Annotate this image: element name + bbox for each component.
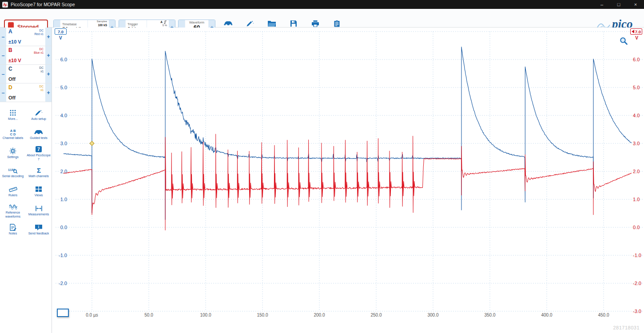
tool-notes[interactable]: Notes — [0, 220, 26, 239]
svg-text:-2.0: -2.0 — [59, 281, 67, 286]
tool-reference-waveforms[interactable]: Reference waveforms — [0, 201, 26, 220]
channel-c-increase-button[interactable]: + — [45, 65, 52, 83]
x-axis-labels: 0.0 µs50.0100.0150.0200.0250.0300.0350.0… — [86, 313, 609, 317]
timebase-label: Timebase — [62, 22, 86, 26]
left-axis-top-tab[interactable]: 7.0 — [55, 28, 67, 35]
tool-label: Guided tests — [30, 136, 47, 140]
tool-guided-tests[interactable]: Guided tests — [26, 125, 52, 144]
svg-text:0.0: 0.0 — [633, 225, 640, 230]
grid-layer — [56, 32, 643, 311]
close-button[interactable]: × — [627, 0, 644, 9]
info-icon: 7 — [35, 146, 42, 153]
zoom-overview-box[interactable] — [57, 309, 69, 317]
measure-icon — [35, 205, 43, 212]
tool-label: Measurements — [28, 213, 49, 216]
svg-text:250.0: 250.0 — [370, 313, 382, 317]
channel-coupling-probe: DCRed x1 — [34, 29, 44, 36]
svg-text:-3.0: -3.0 — [633, 309, 641, 314]
titlebar[interactable]: PicoScope7 for MOPAR Scope – □ × — [0, 0, 644, 9]
tool-label: Auto setup — [31, 117, 46, 121]
channel-id: D — [8, 84, 12, 91]
channel-c-decrease-button[interactable]: – — [0, 65, 6, 83]
channel-b-panel[interactable]: –BDCBlue x1±10 V+ — [0, 46, 52, 65]
svg-text:i: i — [38, 225, 39, 229]
tool-more[interactable]: More... — [0, 106, 26, 125]
tool-channel-labels[interactable]: A BC DChannel labels — [0, 125, 26, 144]
svg-text:100.0: 100.0 — [200, 313, 211, 317]
channel-c-panel[interactable]: –CDCx1Off+ — [0, 65, 52, 83]
channel-coupling-probe: DCBlue x1 — [34, 48, 44, 55]
svg-text:450.0: 450.0 — [598, 313, 609, 317]
folder-icon — [267, 20, 276, 27]
views-icon — [35, 186, 42, 193]
zoom-magnifier-icon[interactable] — [619, 36, 628, 47]
svg-text:7: 7 — [37, 147, 40, 152]
channel-d-decrease-button[interactable]: – — [0, 83, 6, 102]
channel-labels-icon: A BC D — [9, 128, 17, 135]
svg-text:Σ: Σ — [36, 166, 40, 174]
main-toolbar: Stopped – Timebase 50 µs/div Samples 100… — [0, 9, 644, 28]
tool-label: About PicoScope 7 — [27, 154, 51, 161]
channel-id: A — [8, 28, 12, 35]
tool-label: Rulers — [8, 194, 17, 197]
sigma-icon: Σ — [36, 166, 42, 174]
right-axis-arrow-icon — [632, 30, 634, 33]
channel-range: Off — [8, 76, 16, 82]
svg-text:-1.0: -1.0 — [633, 253, 641, 258]
y-axis-right-labels: 6.05.04.03.02.01.00.0-1.0-2.0-3.0 — [633, 57, 641, 314]
channel-b-decrease-button[interactable]: – — [0, 46, 6, 64]
car-icon — [223, 20, 233, 27]
right-axis-top-tab[interactable]: 7.0 — [630, 28, 642, 35]
channel-a-increase-button[interactable]: + — [45, 28, 52, 46]
car-icon — [34, 128, 44, 135]
tool-views[interactable]: Views — [26, 182, 52, 201]
scope-canvas[interactable]: 6.05.04.03.02.01.00.0-1.0-2.0-3.06.05.04… — [52, 28, 644, 333]
grid-dots-icon — [9, 109, 16, 116]
svg-text:5.0: 5.0 — [633, 85, 640, 90]
channel-b-increase-button[interactable]: + — [45, 46, 52, 64]
sidebar-tools: More...Auto setupA BC DChannel labelsGui… — [0, 106, 52, 239]
tool-measurements[interactable]: Measurements — [26, 201, 52, 220]
tool-settings[interactable]: Settings — [0, 144, 26, 163]
tool-label: Settings — [7, 155, 18, 159]
channel-id: B — [8, 47, 12, 53]
channel-d-increase-button[interactable]: + — [45, 83, 52, 102]
svg-text:-2.0: -2.0 — [633, 281, 641, 286]
minimize-button[interactable]: – — [593, 0, 610, 9]
svg-text:5.0: 5.0 — [60, 85, 67, 90]
channel-coupling-probe: DCx1 — [40, 66, 44, 73]
tool-auto-setup[interactable]: Auto setup — [26, 106, 52, 125]
watermark-text: 281718031 — [613, 325, 640, 330]
svg-text:6.0: 6.0 — [60, 57, 67, 62]
svg-text:350.0: 350.0 — [484, 313, 495, 317]
tool-rulers[interactable]: Rulers — [0, 182, 26, 201]
app-icon — [2, 2, 8, 8]
trigger-source: A — [160, 20, 163, 24]
channel-a-panel[interactable]: –ADCRed x1±10 V+ — [0, 28, 52, 46]
tool-math-channels[interactable]: ΣMath channels — [26, 163, 52, 182]
trigger-marker-icon[interactable] — [90, 141, 94, 146]
right-axis-unit: V — [635, 36, 638, 40]
maximize-button[interactable]: □ — [610, 0, 627, 9]
rising-edge-icon — [163, 20, 167, 24]
ref-wave-icon — [9, 203, 17, 210]
channel-a-decrease-button[interactable]: – — [0, 28, 6, 46]
tool-about-picoscope-7[interactable]: 7About PicoScope 7 — [26, 144, 52, 163]
channel-range: ±10 V — [8, 58, 21, 63]
svg-text:3.0: 3.0 — [60, 141, 67, 146]
sidebar: –ADCRed x1±10 V+–BDCBlue x1±10 V+–CDCx1O… — [0, 28, 52, 333]
tool-label: Reference waveforms — [1, 211, 25, 218]
tool-send-feedback[interactable]: iSend feedback — [26, 220, 52, 239]
svg-text:-1.0: -1.0 — [59, 253, 67, 258]
print-icon — [311, 20, 319, 27]
svg-text:300.0: 300.0 — [427, 313, 438, 317]
svg-text:400.0: 400.0 — [541, 313, 552, 317]
channel-range: ±10 V — [8, 39, 21, 44]
tool-serial-decoding[interactable]: 1101Serial decoding — [0, 163, 26, 182]
scope-plot-area[interactable]: 6.05.04.03.02.01.00.0-1.0-2.0-3.06.05.04… — [52, 28, 644, 333]
svg-text:50.0: 50.0 — [144, 313, 153, 317]
channel-d-panel[interactable]: –DDCx1Off+ — [0, 83, 52, 102]
tool-label: Serial decoding — [2, 174, 24, 178]
svg-text:1.0: 1.0 — [633, 197, 640, 202]
trigger-label: Trigger — [127, 22, 145, 26]
